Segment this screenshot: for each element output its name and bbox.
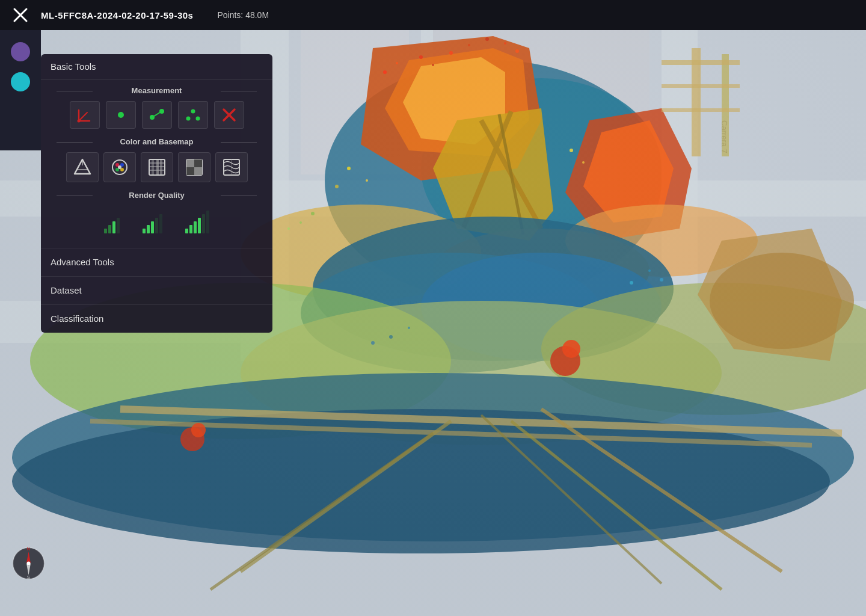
clear-measure-icon	[220, 105, 239, 125]
app-logo	[12, 7, 29, 23]
angle-measure-button[interactable]	[70, 101, 100, 129]
svg-rect-110	[194, 159, 202, 167]
svg-point-82	[118, 112, 124, 118]
svg-rect-104	[152, 160, 154, 174]
svg-text:S: S	[27, 574, 30, 580]
point-measure-button[interactable]	[106, 101, 136, 129]
svg-point-88	[195, 117, 200, 121]
svg-text:N: N	[27, 547, 31, 552]
classification-section[interactable]: Classification	[41, 305, 272, 333]
palette-icon	[109, 157, 130, 177]
svg-rect-109	[194, 167, 202, 175]
angle-measure-icon	[75, 105, 94, 125]
svg-point-87	[191, 109, 195, 114]
elevation-icon	[72, 157, 93, 177]
basic-tools-header[interactable]: Basic Tools	[41, 54, 272, 80]
distance-measure-button[interactable]	[142, 101, 172, 129]
advanced-tools-section[interactable]: Advanced Tools	[41, 248, 272, 277]
sidebar-dot-purple[interactable]	[11, 42, 30, 61]
render-quality-label: Render Quality	[51, 191, 263, 200]
quality-high-button[interactable]	[178, 206, 216, 238]
quality-medium-button[interactable]	[135, 209, 170, 238]
clear-measure-button[interactable]	[214, 101, 244, 129]
elevation-color-button[interactable]	[66, 152, 99, 182]
classification-label: Classification	[51, 313, 103, 324]
quality-low-button[interactable]	[97, 213, 127, 238]
color-basemap-label: Color and Basemap	[51, 137, 263, 146]
advanced-tools-label: Advanced Tools	[51, 257, 114, 267]
sidebar-dot-teal[interactable]	[11, 72, 30, 91]
compass: S N	[12, 547, 45, 580]
svg-rect-111	[186, 167, 194, 175]
left-sidebar	[0, 30, 41, 150]
project-title: ML-5FFC8A-2024-02-20-17-59-30s	[41, 10, 193, 20]
svg-line-81	[79, 112, 87, 121]
basemap-button[interactable]	[215, 152, 248, 182]
distance-measure-icon	[147, 105, 167, 125]
svg-point-86	[186, 117, 190, 121]
area-measure-icon	[183, 105, 203, 125]
basemap-icon	[221, 157, 242, 177]
dataset-label: Dataset	[51, 285, 82, 295]
svg-rect-105	[156, 160, 159, 174]
svg-rect-108	[186, 159, 194, 167]
measurement-label: Measurement	[51, 86, 263, 95]
measurement-tools-row	[51, 101, 263, 129]
intensity-color-button[interactable]	[141, 152, 173, 182]
main-panel: Basic Tools Measurement	[41, 54, 272, 333]
svg-point-99	[118, 165, 121, 169]
color-basemap-tools-row	[51, 152, 263, 182]
basic-tools-label: Basic Tools	[51, 61, 96, 72]
point-measure-icon	[111, 105, 131, 125]
compass-icon: S N	[12, 547, 45, 580]
topbar: ML-5FFC8A-2024-02-20-17-59-30s Points: 4…	[0, 0, 866, 30]
svg-point-117	[27, 562, 31, 565]
dataset-section[interactable]: Dataset	[41, 277, 272, 305]
checkerboard-icon	[184, 157, 204, 177]
points-count: Points: 48.0M	[217, 10, 269, 20]
svg-line-85	[152, 111, 162, 117]
render-quality-tools-row	[51, 206, 263, 238]
logo-icon	[12, 7, 29, 23]
palette-color-button[interactable]	[103, 152, 136, 182]
checkerboard-button[interactable]	[178, 152, 210, 182]
basic-tools-content: Measurement	[41, 80, 272, 248]
intensity-icon	[147, 157, 167, 177]
svg-rect-106	[160, 160, 162, 174]
area-measure-button[interactable]	[178, 101, 208, 129]
